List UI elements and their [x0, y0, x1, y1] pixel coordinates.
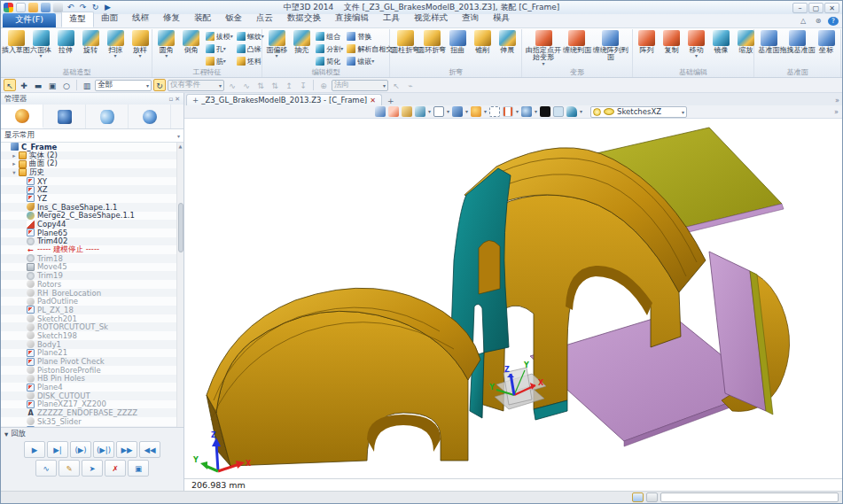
tab-assembly[interactable]: [43, 105, 86, 128]
fast-forward-button[interactable]: ▶▶: [116, 441, 137, 458]
list-down-icon[interactable]: ↧: [297, 79, 309, 91]
link-dir-icon[interactable]: ⌁: [404, 79, 417, 91]
tree-item[interactable]: DISK_CUTOUT: [1, 392, 176, 400]
auto-regen-icon[interactable]: ↻: [153, 79, 166, 91]
menu-tab-13[interactable]: 模具: [486, 12, 517, 27]
direction-dropdown[interactable]: 法向▾: [332, 80, 388, 91]
edit-tool-button[interactable]: ✎: [59, 460, 80, 477]
ribbon-small-button[interactable]: 凸缘: [237, 43, 264, 55]
tree-item[interactable]: ▾历史: [1, 168, 176, 177]
new-file-icon[interactable]: [16, 3, 26, 12]
step-play-end-button[interactable]: (▶|): [93, 441, 114, 458]
tree-item[interactable]: Move45: [1, 263, 176, 272]
tab-history[interactable]: [1, 105, 43, 128]
tree-item[interactable]: C_Frame: [1, 143, 176, 151]
ribbon-button[interactable]: 插入草图: [4, 29, 28, 54]
curve-a-icon[interactable]: ∿: [226, 79, 238, 91]
ribbon-button[interactable]: 圆角▾: [154, 29, 179, 58]
menu-tab-6[interactable]: 钣金: [218, 12, 249, 27]
settings-icon[interactable]: ⊛: [813, 17, 823, 26]
panel-minimize-icon[interactable]: ▫: [168, 96, 173, 103]
ribbon-button[interactable]: 镜像: [709, 29, 734, 54]
ribbon-button[interactable]: 伸展: [495, 29, 519, 54]
render-mode-icon[interactable]: [471, 106, 481, 117]
add-pick-icon[interactable]: ✚: [18, 79, 30, 91]
part-filter-dropdown[interactable]: 仅有零件▾: [168, 80, 224, 91]
ribbon-button[interactable]: 放样▾: [128, 29, 152, 58]
tree-item[interactable]: Copy44: [1, 220, 176, 229]
curve-b-icon[interactable]: ∿: [240, 79, 253, 91]
menu-tab-2[interactable]: 曲面: [94, 12, 125, 27]
spline-tool-button[interactable]: ∿: [35, 460, 57, 477]
align-view-icon[interactable]: [503, 106, 513, 117]
menu-tab-10[interactable]: 工具: [376, 12, 407, 27]
ribbon-button[interactable]: 圆柱折弯: [392, 29, 418, 54]
collapse-ribbon-icon[interactable]: △: [798, 17, 808, 26]
ribbon-button[interactable]: 复制: [660, 29, 684, 54]
background-light-icon[interactable]: [553, 106, 564, 117]
model-left-body[interactable]: [207, 288, 480, 466]
ribbon-small-button[interactable]: 镶嵌 ▾: [347, 55, 393, 67]
tree-item[interactable]: Body1: [1, 340, 176, 349]
tree-item[interactable]: Trim18: [1, 254, 176, 263]
tree-item[interactable]: Merge2_C_BaseShape.1.1: [1, 212, 176, 221]
menu-tab-3[interactable]: 线框: [125, 12, 156, 27]
tree-item[interactable]: YZ: [1, 194, 176, 203]
sort-up-icon[interactable]: ⇅: [254, 79, 267, 91]
ribbon-small-button[interactable]: 分割 ▾: [316, 43, 343, 55]
display-tool-button[interactable]: ▣: [128, 460, 149, 477]
ribbon-small-button[interactable]: 筋 ▾: [206, 55, 233, 67]
ribbon-button[interactable]: 面偏移▾: [264, 29, 289, 58]
pick-filter-icon[interactable]: ↖: [4, 79, 16, 91]
tree-item[interactable]: PL_ZX_18: [1, 306, 176, 314]
ribbon-button[interactable]: 拉伸: [53, 29, 78, 54]
tree-item[interactable]: PadOutline: [1, 297, 176, 306]
toolbar-overflow-icon[interactable]: »: [834, 108, 839, 116]
tree-item[interactable]: ←----- 建模停止 -----: [1, 245, 176, 254]
play-to-end-button[interactable]: ▶|: [47, 441, 68, 458]
tree-item[interactable]: ROTORCUTOUT_Sk: [1, 322, 176, 331]
menu-tab-8[interactable]: 数据交换: [280, 12, 328, 27]
document-tab[interactable]: + _Z3_GL_BrakesModelB_2013.Z3 - [C_Frame…: [186, 94, 382, 105]
ribbon-button[interactable]: 移动▾: [684, 29, 709, 58]
ribbon-button[interactable]: 抽壳: [289, 29, 314, 54]
exit-sketch-icon[interactable]: [375, 106, 386, 117]
ribbon-button[interactable]: 六面体▾: [28, 29, 53, 58]
play-button[interactable]: ▶: [24, 441, 45, 458]
tab-close-icon[interactable]: ✕: [370, 97, 376, 105]
camera-view-icon[interactable]: [521, 106, 532, 117]
pick-dir-icon[interactable]: ↖: [390, 79, 402, 91]
tree-item[interactable]: Plane4: [1, 383, 176, 392]
ribbon-button[interactable]: 旋转: [78, 29, 103, 54]
menu-tab-7[interactable]: 点云: [249, 12, 280, 27]
table-toggle-icon[interactable]: [632, 492, 644, 502]
open-file-icon[interactable]: [28, 3, 38, 12]
tree-item[interactable]: ▸曲面 (2): [1, 159, 176, 168]
scroll-up-icon[interactable]: ▲: [179, 143, 183, 150]
tree-item[interactable]: PistonBoreProfile: [1, 366, 176, 375]
ribbon-button[interactable]: 由指定点开始变形▾: [524, 29, 563, 66]
collapse-playback-icon[interactable]: ▾: [4, 430, 8, 438]
menu-tab-5[interactable]: 装配: [187, 12, 218, 27]
ribbon-button[interactable]: 基准面: [756, 29, 781, 54]
ribbon-small-button[interactable]: 孔 ▾: [206, 43, 233, 55]
layer-dropdown[interactable]: SketchesXZ▾: [590, 106, 687, 118]
close-button[interactable]: ✕: [824, 3, 839, 13]
tree-expander-icon[interactable]: ▸: [11, 160, 18, 167]
ribbon-button[interactable]: 扫掠▾: [103, 29, 128, 58]
ribbon-button[interactable]: 倒角: [179, 29, 204, 54]
menu-tab-9[interactable]: 直接编辑: [328, 12, 376, 27]
menu-tab-12[interactable]: 查询: [455, 12, 486, 27]
viewport[interactable]: Z Y X Y Z X Y: [184, 119, 842, 478]
tree-item[interactable]: Rotors: [1, 280, 176, 289]
help-icon[interactable]: ?: [828, 17, 839, 26]
panel-close-icon[interactable]: ✕: [175, 96, 180, 103]
section-view-icon[interactable]: [452, 106, 463, 117]
ribbon-button[interactable]: 阵列: [635, 29, 660, 54]
erase-icon[interactable]: [388, 106, 399, 117]
pick-polygon-icon[interactable]: ○: [60, 79, 73, 91]
list-up-icon[interactable]: ↥: [283, 79, 295, 91]
ribbon-small-button[interactable]: 解析自相交: [347, 43, 393, 55]
zoom-fit-icon[interactable]: [489, 106, 500, 117]
tree-item[interactable]: Plane65: [1, 229, 176, 237]
